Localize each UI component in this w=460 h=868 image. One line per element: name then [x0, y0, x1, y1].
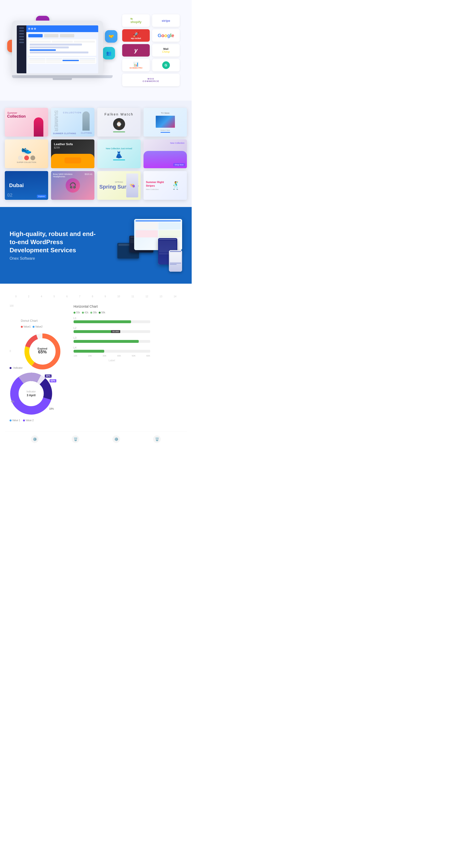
- chart-icons-row: ⚙️ 🗑️ ⚙️ 🗑️: [5, 431, 187, 447]
- theme-dress[interactable]: New Collection Just Arrived 👗: [97, 140, 141, 168]
- cta-section: High-quality, robust and end-to-end Word…: [0, 207, 192, 284]
- theme-spring-summer[interactable]: SPRING Spring Summer 👒: [97, 171, 141, 200]
- axis-num: 6: [66, 295, 68, 298]
- axis-num: 9: [104, 295, 106, 298]
- axis-num: 14: [174, 295, 176, 298]
- screen-sidebar: [17, 25, 26, 73]
- horizontal-bar-chart: Horizontal Chart 55k 42k 30k 58k: [73, 305, 150, 362]
- theme-label: Summer Clothing: [53, 132, 76, 135]
- axis-num: 11: [131, 295, 134, 298]
- theme-shoes[interactable]: 👟 SUPER COLLECTION: [5, 140, 48, 168]
- cta-image-area: [105, 219, 182, 272]
- svg-text:65%: 65%: [38, 349, 47, 354]
- svg-text:Indicator: Indicator: [27, 390, 36, 393]
- theme-summer-collection[interactable]: Summer Collection: [5, 108, 48, 136]
- axis-num: 12: [146, 295, 148, 298]
- donut-chart-title: Donut Chart: [21, 319, 73, 322]
- gallery-section: Summer Collection SUMMER COLLECTION CLOT…: [0, 101, 192, 207]
- hbar-row-2: L2 50,000: [73, 327, 150, 333]
- partner-yoast: y: [122, 44, 150, 57]
- gallery-grid: Summer Collection SUMMER COLLECTION CLOT…: [5, 108, 187, 200]
- axis-num: 2: [28, 295, 29, 298]
- charts-section: 0 2 4 5 6 7 8 9 10 11 12 13 14 100 0 Don…: [0, 284, 192, 456]
- cta-title: High-quality, robust and end-to-end Word…: [9, 230, 96, 254]
- chart-icon-1[interactable]: ⚙️: [31, 435, 38, 443]
- axis-num: 5: [54, 295, 55, 298]
- mockup-phone: [169, 250, 182, 272]
- axis-num: 13: [159, 295, 162, 298]
- partners-grid: 🛍 shopify stripe 🚀 wp rocket Google: [122, 14, 180, 86]
- chart-icon-4[interactable]: 🗑️: [153, 435, 161, 443]
- hbar-title: Horizontal Chart: [73, 305, 150, 308]
- svg-text:3 April: 3 April: [27, 394, 36, 397]
- axis-num: 8: [92, 295, 93, 298]
- hero-laptop-area: ▣ ⊞ 🤝 👥: [12, 21, 113, 80]
- partner-wprocket: 🚀 wp rocket: [122, 29, 150, 42]
- axis-num: 4: [41, 295, 42, 298]
- theme-leather-sofa[interactable]: Leather Sofa $299: [51, 140, 94, 168]
- axis-left: 100 0: [9, 305, 14, 352]
- axis-num: 7: [79, 295, 81, 298]
- partner-woocommerce: WOO COMMERCE: [122, 74, 180, 86]
- partner-schemapro: 📊 SCHEMA PRO: [122, 59, 150, 71]
- partner-stripe: stripe: [152, 14, 180, 27]
- donut-svg: Expired 65%: [21, 330, 64, 373]
- cta-subtitle: Onex Software: [9, 256, 96, 261]
- hero-section: ▣ ⊞ 🤝 👥: [0, 0, 192, 101]
- partner-grammarly: G: [152, 59, 180, 71]
- laptop-screen: [17, 25, 98, 73]
- pie-chart: Indicator Indicator: [9, 367, 62, 422]
- theme-summer-right-stripes[interactable]: Summer Right Stripes New Collection 🕺: [144, 171, 187, 200]
- screen-header: [26, 25, 98, 32]
- hbar-row-1: L1: [73, 317, 150, 323]
- team-icon: 👥: [102, 47, 115, 59]
- theme-tv-store[interactable]: TV Store Select Size: [144, 108, 187, 136]
- laptop-stand: [53, 78, 72, 80]
- axis-num: 0: [16, 295, 17, 298]
- pie-svg: Indicator 3 April: [9, 372, 53, 415]
- hbar-row-3: L3: [73, 336, 150, 343]
- partner-google: Google: [152, 29, 180, 42]
- axis-top: 0 2 4 5 6 7 8 9 10 11 12 13 14: [5, 293, 187, 298]
- cta-text: High-quality, robust and end-to-end Word…: [9, 230, 96, 260]
- laptop-frame: [12, 21, 103, 75]
- axis-num: 10: [117, 295, 120, 298]
- chart-icon-2[interactable]: 🗑️: [72, 435, 79, 443]
- partner-mailchimp: Mail Chimp: [152, 44, 180, 57]
- theme-summer-clothing[interactable]: SUMMER COLLECTION CLOTHING Summer Clothi…: [51, 108, 94, 136]
- partner-shopify: 🛍 shopify: [122, 14, 150, 27]
- theme-dubai[interactable]: Dubai 02 Explore: [5, 171, 48, 200]
- theme-purple[interactable]: New Collection Shop Now: [144, 140, 187, 168]
- handshake-icon: 🤝: [105, 30, 117, 43]
- screen-main: [26, 25, 98, 73]
- chart-icon-3[interactable]: ⚙️: [112, 435, 120, 443]
- theme-falken[interactable]: Falken Watch ⌚: [97, 108, 141, 136]
- hbar-row-4: L4: [73, 346, 150, 353]
- donut-chart: Donut Chart Value1 Value2: [21, 319, 73, 374]
- theme-headphones[interactable]: Bose N600 WirelessHeadphones $320.41 🎧: [51, 171, 94, 200]
- laptop-base: [12, 75, 113, 78]
